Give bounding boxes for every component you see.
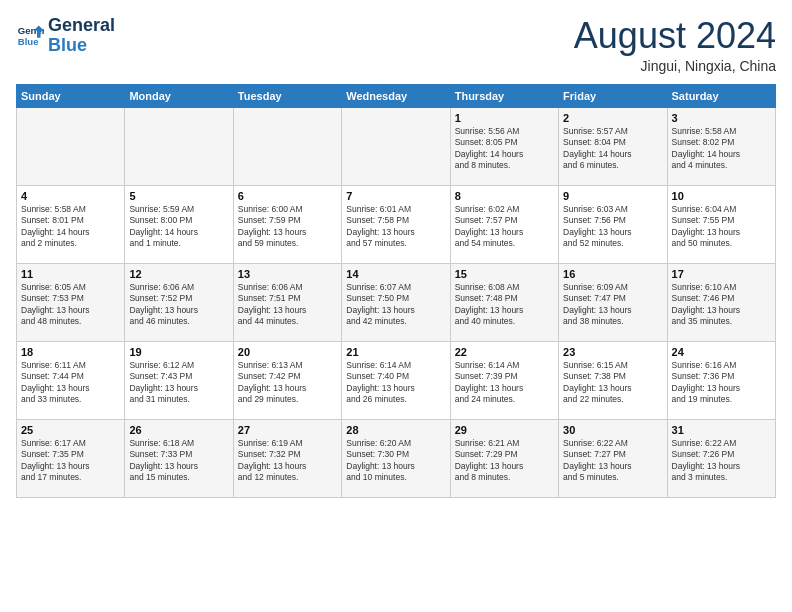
day-info: Sunrise: 6:06 AMSunset: 7:52 PMDaylight:… [129,282,228,328]
day-number: 23 [563,346,662,358]
day-info: Sunrise: 5:58 AMSunset: 8:01 PMDaylight:… [21,204,120,250]
day-info: Sunrise: 6:13 AMSunset: 7:42 PMDaylight:… [238,360,337,406]
calendar-cell: 28Sunrise: 6:20 AMSunset: 7:30 PMDayligh… [342,419,450,497]
day-number: 3 [672,112,771,124]
calendar-cell: 21Sunrise: 6:14 AMSunset: 7:40 PMDayligh… [342,341,450,419]
day-info: Sunrise: 6:00 AMSunset: 7:59 PMDaylight:… [238,204,337,250]
calendar-week-row: 25Sunrise: 6:17 AMSunset: 7:35 PMDayligh… [17,419,776,497]
calendar-week-row: 18Sunrise: 6:11 AMSunset: 7:44 PMDayligh… [17,341,776,419]
day-info: Sunrise: 6:06 AMSunset: 7:51 PMDaylight:… [238,282,337,328]
day-number: 1 [455,112,554,124]
day-number: 21 [346,346,445,358]
day-number: 26 [129,424,228,436]
calendar-cell: 9Sunrise: 6:03 AMSunset: 7:56 PMDaylight… [559,185,667,263]
calendar-cell: 30Sunrise: 6:22 AMSunset: 7:27 PMDayligh… [559,419,667,497]
logo-text: General Blue [48,16,115,56]
calendar-week-row: 11Sunrise: 6:05 AMSunset: 7:53 PMDayligh… [17,263,776,341]
day-info: Sunrise: 6:21 AMSunset: 7:29 PMDaylight:… [455,438,554,484]
calendar-cell: 13Sunrise: 6:06 AMSunset: 7:51 PMDayligh… [233,263,341,341]
day-number: 22 [455,346,554,358]
logo: General Blue General Blue [16,16,115,56]
day-info: Sunrise: 6:16 AMSunset: 7:36 PMDaylight:… [672,360,771,406]
calendar-cell: 17Sunrise: 6:10 AMSunset: 7:46 PMDayligh… [667,263,775,341]
page-header: General Blue General Blue August 2024 Ji… [16,16,776,74]
calendar-cell: 23Sunrise: 6:15 AMSunset: 7:38 PMDayligh… [559,341,667,419]
weekday-header: Friday [559,84,667,107]
day-number: 7 [346,190,445,202]
day-info: Sunrise: 5:57 AMSunset: 8:04 PMDaylight:… [563,126,662,172]
day-number: 6 [238,190,337,202]
month-title: August 2024 [574,16,776,56]
day-info: Sunrise: 5:58 AMSunset: 8:02 PMDaylight:… [672,126,771,172]
calendar-cell: 14Sunrise: 6:07 AMSunset: 7:50 PMDayligh… [342,263,450,341]
day-info: Sunrise: 6:03 AMSunset: 7:56 PMDaylight:… [563,204,662,250]
day-number: 11 [21,268,120,280]
day-number: 9 [563,190,662,202]
day-info: Sunrise: 6:04 AMSunset: 7:55 PMDaylight:… [672,204,771,250]
calendar-cell: 27Sunrise: 6:19 AMSunset: 7:32 PMDayligh… [233,419,341,497]
calendar-cell: 2Sunrise: 5:57 AMSunset: 8:04 PMDaylight… [559,107,667,185]
logo-icon: General Blue [16,22,44,50]
day-info: Sunrise: 6:07 AMSunset: 7:50 PMDaylight:… [346,282,445,328]
day-number: 18 [21,346,120,358]
day-info: Sunrise: 5:59 AMSunset: 8:00 PMDaylight:… [129,204,228,250]
day-number: 10 [672,190,771,202]
weekday-header: Thursday [450,84,558,107]
calendar-cell: 24Sunrise: 6:16 AMSunset: 7:36 PMDayligh… [667,341,775,419]
day-number: 25 [21,424,120,436]
day-number: 27 [238,424,337,436]
page-container: General Blue General Blue August 2024 Ji… [0,0,792,508]
calendar-cell: 4Sunrise: 5:58 AMSunset: 8:01 PMDaylight… [17,185,125,263]
day-info: Sunrise: 6:20 AMSunset: 7:30 PMDaylight:… [346,438,445,484]
day-info: Sunrise: 6:22 AMSunset: 7:27 PMDaylight:… [563,438,662,484]
day-info: Sunrise: 5:56 AMSunset: 8:05 PMDaylight:… [455,126,554,172]
weekday-header: Tuesday [233,84,341,107]
day-number: 14 [346,268,445,280]
day-info: Sunrise: 6:09 AMSunset: 7:47 PMDaylight:… [563,282,662,328]
day-info: Sunrise: 6:22 AMSunset: 7:26 PMDaylight:… [672,438,771,484]
calendar-cell: 5Sunrise: 5:59 AMSunset: 8:00 PMDaylight… [125,185,233,263]
calendar-cell: 11Sunrise: 6:05 AMSunset: 7:53 PMDayligh… [17,263,125,341]
day-number: 13 [238,268,337,280]
calendar-cell: 18Sunrise: 6:11 AMSunset: 7:44 PMDayligh… [17,341,125,419]
calendar-cell: 25Sunrise: 6:17 AMSunset: 7:35 PMDayligh… [17,419,125,497]
day-info: Sunrise: 6:12 AMSunset: 7:43 PMDaylight:… [129,360,228,406]
day-number: 17 [672,268,771,280]
calendar-cell: 8Sunrise: 6:02 AMSunset: 7:57 PMDaylight… [450,185,558,263]
day-info: Sunrise: 6:17 AMSunset: 7:35 PMDaylight:… [21,438,120,484]
calendar-cell: 1Sunrise: 5:56 AMSunset: 8:05 PMDaylight… [450,107,558,185]
weekday-header: Sunday [17,84,125,107]
day-info: Sunrise: 6:08 AMSunset: 7:48 PMDaylight:… [455,282,554,328]
calendar-cell: 6Sunrise: 6:00 AMSunset: 7:59 PMDaylight… [233,185,341,263]
day-number: 16 [563,268,662,280]
day-number: 24 [672,346,771,358]
calendar-cell: 15Sunrise: 6:08 AMSunset: 7:48 PMDayligh… [450,263,558,341]
calendar-cell: 29Sunrise: 6:21 AMSunset: 7:29 PMDayligh… [450,419,558,497]
calendar-week-row: 1Sunrise: 5:56 AMSunset: 8:05 PMDaylight… [17,107,776,185]
weekday-header: Monday [125,84,233,107]
day-number: 12 [129,268,228,280]
calendar-cell: 26Sunrise: 6:18 AMSunset: 7:33 PMDayligh… [125,419,233,497]
day-info: Sunrise: 6:01 AMSunset: 7:58 PMDaylight:… [346,204,445,250]
day-number: 31 [672,424,771,436]
day-number: 4 [21,190,120,202]
day-info: Sunrise: 6:15 AMSunset: 7:38 PMDaylight:… [563,360,662,406]
calendar-cell: 16Sunrise: 6:09 AMSunset: 7:47 PMDayligh… [559,263,667,341]
calendar-cell [233,107,341,185]
day-info: Sunrise: 6:05 AMSunset: 7:53 PMDaylight:… [21,282,120,328]
day-info: Sunrise: 6:02 AMSunset: 7:57 PMDaylight:… [455,204,554,250]
day-info: Sunrise: 6:14 AMSunset: 7:39 PMDaylight:… [455,360,554,406]
calendar-cell: 20Sunrise: 6:13 AMSunset: 7:42 PMDayligh… [233,341,341,419]
day-number: 15 [455,268,554,280]
svg-text:Blue: Blue [18,36,39,47]
day-number: 5 [129,190,228,202]
calendar-week-row: 4Sunrise: 5:58 AMSunset: 8:01 PMDaylight… [17,185,776,263]
weekday-header-row: SundayMondayTuesdayWednesdayThursdayFrid… [17,84,776,107]
day-number: 2 [563,112,662,124]
calendar-cell: 22Sunrise: 6:14 AMSunset: 7:39 PMDayligh… [450,341,558,419]
weekday-header: Wednesday [342,84,450,107]
title-block: August 2024 Jingui, Ningxia, China [574,16,776,74]
day-number: 29 [455,424,554,436]
location-subtitle: Jingui, Ningxia, China [574,58,776,74]
calendar-cell [17,107,125,185]
